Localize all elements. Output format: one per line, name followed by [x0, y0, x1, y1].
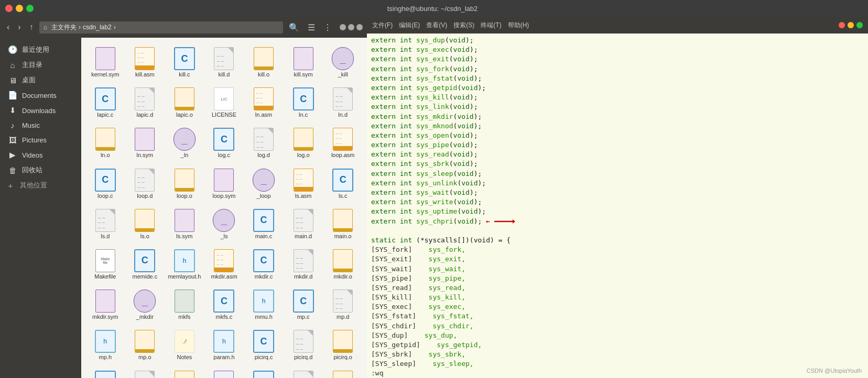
terminal-menu-item[interactable]: 文件(F) — [372, 21, 393, 30]
list-item[interactable]: loop.sym — [205, 164, 243, 203]
list-item[interactable]: h mmu.h — [245, 285, 283, 324]
list-item[interactable]: Perl pr.pl — [205, 366, 243, 379]
list-item[interactable]: C kill.c — [166, 43, 203, 81]
list-item[interactable]: h mp.h — [86, 326, 124, 364]
minimize-button[interactable] — [16, 5, 23, 12]
list-item[interactable]: LIC LICENSE — [205, 83, 243, 121]
maximize-button[interactable] — [26, 5, 34, 12]
terminal-line: extern int sys_fstat(void); — [371, 74, 864, 83]
list-item[interactable]: mp.o — [126, 326, 164, 364]
list-item[interactable]: log.o — [285, 124, 322, 162]
list-item[interactable]: _ _mkdir — [126, 285, 164, 324]
breadcrumb-current[interactable]: csdn_lab2 — [83, 24, 112, 31]
list-item[interactable]: _ _ls — [205, 205, 243, 243]
list-item[interactable]: mkfs — [166, 285, 203, 324]
sidebar-item-documents[interactable]: 📄 Documents — [2, 88, 79, 103]
sidebar-item-recent[interactable]: 🕐 最近使用 — [2, 42, 79, 57]
list-item[interactable]: lapic.o — [166, 83, 203, 121]
terminal-menu-item[interactable]: 编辑(E) — [399, 21, 420, 30]
list-item[interactable]: C ln.c — [285, 83, 322, 121]
list-item[interactable]: C pipe.c — [86, 366, 124, 379]
list-item[interactable]: C main.c — [245, 205, 283, 243]
file-content[interactable]: kernel.sym ─ ── ── ─ kill.asm C kill.c ─… — [81, 38, 367, 378]
list-item[interactable]: h memlayout.h — [166, 245, 203, 283]
list-item[interactable]: ─ ── ── ─ log.d — [245, 124, 283, 162]
list-item[interactable]: ─ ── ── ─ ls.d — [86, 205, 124, 243]
window-controls[interactable] — [5, 5, 34, 12]
list-item[interactable]: printf.o — [324, 366, 362, 379]
list-item[interactable]: C picirq.c — [245, 326, 283, 364]
list-item[interactable]: kill.o — [245, 43, 283, 81]
h-file-icon: h — [174, 249, 195, 272]
close-button[interactable] — [5, 5, 13, 12]
list-item[interactable]: ─ ── ── ─ loop.d — [126, 164, 164, 203]
list-item[interactable]: ─ ── ── ─ ls.asm — [285, 164, 322, 203]
breadcrumb[interactable]: ⌂ 主文件夹 › csdn_lab2 › — [39, 21, 283, 34]
menu-button[interactable]: ⋮ — [321, 21, 334, 34]
list-item[interactable]: ls.o — [126, 205, 164, 243]
list-item[interactable]: main.o — [324, 205, 362, 243]
list-item[interactable]: ─ ── ── ─ picirq.d — [285, 326, 322, 364]
sidebar-item-trash[interactable]: 🗑 回收站 — [2, 163, 79, 177]
list-item[interactable]: kill.sym — [285, 43, 322, 81]
list-item[interactable]: ─ ── ── ─ ln.asm — [245, 83, 283, 121]
list-item[interactable]: ─ ── ── ─ mp.d — [324, 285, 362, 324]
search-button[interactable]: 🔍 — [286, 21, 302, 34]
list-item[interactable]: C printf.c — [245, 366, 283, 379]
terminal-window-controls[interactable] — [839, 22, 863, 28]
sidebar-item-videos[interactable]: ▶ Videos — [2, 148, 79, 162]
list-item[interactable]: C ls.c — [324, 164, 362, 203]
terminal-menu-item[interactable]: 终端(T) — [481, 21, 501, 30]
list-item[interactable]: C loop.c — [86, 164, 124, 203]
terminal-menu-item[interactable]: 帮助(H) — [508, 21, 529, 30]
list-item[interactable]: Makefile Makefile — [86, 245, 124, 283]
list-item[interactable]: C mp.c — [285, 285, 322, 324]
list-item[interactable]: _ _ln — [166, 124, 203, 162]
sidebar-item-music[interactable]: ♪ Music — [2, 118, 79, 132]
list-item[interactable]: ls.sym — [166, 205, 203, 243]
list-item[interactable]: pipe.o — [166, 366, 203, 379]
view-toggle-button[interactable]: ☰ — [305, 21, 318, 34]
list-item[interactable]: _ _kill — [324, 43, 362, 81]
sidebar-item-desktop[interactable]: 🖥 桌面 — [2, 73, 79, 87]
list-item[interactable]: C mkdir.c — [245, 245, 283, 283]
list-item[interactable]: h param.h — [205, 326, 243, 364]
list-item[interactable]: ─ ── ── ─ ln.d — [324, 83, 362, 121]
terminal-menu-item[interactable]: 搜索(S) — [453, 21, 474, 30]
sidebar-item-downloads[interactable]: ⬇ Downloads — [2, 103, 79, 118]
list-item[interactable]: loop.o — [166, 164, 203, 203]
list-item[interactable]: C lapic.c — [86, 83, 124, 121]
terminal-menu[interactable]: 文件(F)编辑(E)查看(V)搜索(S)终端(T)帮助(H) — [372, 21, 529, 30]
terminal-maximize[interactable] — [856, 22, 863, 28]
list-item[interactable]: _ _loop — [245, 164, 283, 203]
breadcrumb-home[interactable]: 主文件夹 — [51, 23, 77, 32]
list-item[interactable]: mkdir.sym — [86, 285, 124, 324]
list-item[interactable]: ─ ── ── ─ lapic.d — [126, 83, 164, 121]
sidebar-item-home[interactable]: ⌂ 主目录 — [2, 58, 79, 72]
list-item[interactable]: ln.o — [86, 124, 124, 162]
list-item[interactable]: ─ ── ── ─ pipe.d — [126, 366, 164, 379]
terminal-menu-item[interactable]: 查看(V) — [426, 21, 447, 30]
back-button[interactable]: ‹ — [4, 21, 12, 33]
list-item[interactable]: C memide.c — [126, 245, 164, 283]
list-item[interactable]: ─ ── ── ─ mkdir.d — [285, 245, 322, 283]
list-item[interactable]: picirq.o — [324, 326, 362, 364]
list-item[interactable]: mkdir.o — [324, 245, 362, 283]
up-button[interactable]: ↑ — [27, 21, 36, 33]
list-item[interactable]: ─ ── ── ─ kill.d — [205, 43, 243, 81]
forward-button[interactable]: › — [15, 21, 23, 33]
list-item[interactable]: ln.sym — [126, 124, 164, 162]
terminal-minimize[interactable] — [848, 22, 854, 28]
list-item[interactable]: 📝 Notes — [166, 326, 203, 364]
list-item[interactable]: C log.c — [205, 124, 243, 162]
terminal-close[interactable] — [839, 22, 845, 28]
list-item[interactable]: ─ ── ── ─ mkdir.asm — [205, 245, 243, 283]
sidebar-item-pictures[interactable]: 🖼 Pictures — [2, 133, 79, 147]
list-item[interactable]: kernel.sym — [86, 43, 124, 81]
list-item[interactable]: ─ ── ── ─ main.d — [285, 205, 322, 243]
sidebar-item-other[interactable]: + 其他位置 — [0, 178, 81, 193]
list-item[interactable]: ─ ── ── ─ printf.d — [285, 366, 322, 379]
list-item[interactable]: C mkfs.c — [205, 285, 243, 324]
list-item[interactable]: ─ ── ── ─ kill.asm — [126, 43, 164, 81]
list-item[interactable]: ─ ── ── ─ loop.asm — [324, 124, 362, 162]
